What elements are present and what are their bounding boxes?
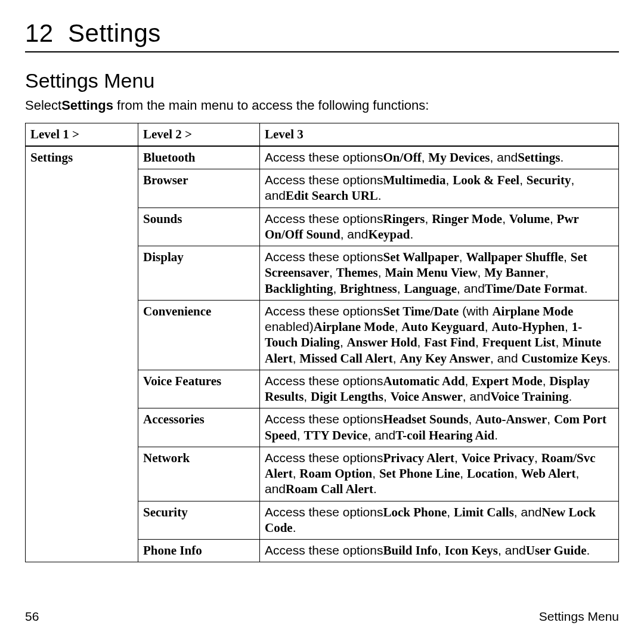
bold-term: Location	[467, 466, 514, 481]
bold-term: Edit Search URL	[286, 188, 378, 203]
cell-level3: Access these optionsHeadset Sounds, Auto…	[260, 408, 619, 447]
bold-term: Ringers	[383, 212, 425, 226]
intro-text: SelectSettings from the main menu to acc…	[25, 97, 619, 114]
bold-term: On/Off	[383, 150, 421, 165]
cell-level3: Access these optionsBuild Info, Icon Key…	[260, 540, 619, 562]
cell-level2: Security	[138, 501, 260, 540]
cell-level2: Sounds	[138, 208, 260, 246]
bold-term: Automatic Add	[383, 374, 465, 388]
bold-term: Customize Keys	[522, 351, 608, 366]
cell-level2: Voice Features	[138, 370, 260, 408]
chapter-name: Settings	[68, 19, 161, 47]
cell-level3: Access these optionsAutomatic Add, Exper…	[260, 370, 619, 408]
chapter-rule	[25, 51, 619, 52]
header-level1: Level 1 >	[26, 123, 138, 146]
cell-level2: Bluetooth	[138, 146, 260, 169]
bold-term: Icon Keys	[445, 543, 498, 558]
bold-term: Voice Privacy	[462, 451, 534, 465]
cell-level3: Access these optionsSet Wallpaper, Wallp…	[260, 246, 619, 301]
cell-level2: Convenience	[138, 300, 260, 370]
bold-term: Backlighting	[265, 281, 333, 296]
cell-level2: Phone Info	[138, 540, 260, 562]
bold-term: Multimedia	[383, 173, 445, 187]
intro-bold: Settings	[61, 98, 113, 113]
bold-term: Expert Mode	[472, 374, 542, 388]
page-footer: 56 Settings Menu	[25, 609, 619, 624]
bold-term: Web Alert	[521, 466, 576, 481]
intro-prefix: Select	[25, 98, 61, 113]
cell-level2: Accessories	[138, 408, 260, 447]
bold-term: Look & Feel	[453, 173, 519, 187]
bold-term: User Guide	[526, 543, 587, 558]
section-title: Settings Menu	[25, 69, 619, 92]
bold-term: Set Wallpaper	[383, 250, 459, 264]
bold-term: Roam Call Alert	[286, 482, 373, 496]
bold-term: Answer Hold	[347, 335, 417, 349]
bold-term: Airplane Mode	[314, 320, 395, 334]
header-level2: Level 2 >	[138, 123, 260, 146]
chapter-number: 12	[25, 19, 54, 47]
header-level3: Level 3	[260, 123, 619, 146]
bold-term: Set Phone Line	[379, 466, 460, 481]
cell-level3: Access these optionsSet Time/Date (with …	[260, 300, 619, 370]
chapter-title: 12 Settings	[25, 19, 619, 48]
cell-level3: Access these optionsLock Phone, Limit Ca…	[260, 501, 619, 540]
intro-suffix: from the main menu to access the followi…	[113, 98, 429, 113]
bold-term: My Banner	[484, 265, 545, 280]
cell-level3: Access these optionsRingers, Ringer Mode…	[260, 208, 619, 246]
cell-level2: Network	[138, 447, 260, 501]
bold-term: Headset Sounds	[383, 412, 468, 426]
bold-term: My Devices	[428, 150, 490, 165]
bold-term: Settings	[518, 150, 560, 165]
cell-level3: Access these optionsMultimedia, Look & F…	[260, 169, 619, 208]
bold-term: Brightness	[340, 281, 397, 296]
bold-term: Set Time/Date	[383, 304, 459, 318]
settings-menu-table: Level 1 > Level 2 > Level 3 SettingsBlue…	[25, 123, 619, 563]
bold-term: Auto-Hyphen	[491, 320, 565, 334]
bold-term: Wallpaper Shuffle	[466, 250, 564, 264]
bold-term: Auto-Answer	[475, 412, 547, 426]
cell-level3: Access these optionsPrivacy Alert, Voice…	[260, 447, 619, 501]
page-number: 56	[25, 609, 39, 624]
cell-level3: Access these optionsOn/Off, My Devices, …	[260, 146, 619, 169]
bold-term: Lock Phone	[383, 505, 447, 519]
bold-term: Missed Call Alert	[299, 351, 392, 366]
bold-term: Voice Answer	[391, 389, 463, 404]
bold-term: Language	[404, 281, 457, 296]
bold-term: T-coil Hearing Aid	[395, 428, 494, 442]
footer-label: Settings Menu	[539, 609, 619, 624]
cell-level2: Browser	[138, 169, 260, 208]
bold-term: Auto Keyguard	[401, 320, 484, 334]
bold-term: Any Key Answer	[400, 351, 490, 366]
table-body: SettingsBluetoothAccess these optionsOn/…	[26, 146, 619, 562]
bold-term: Keypad	[368, 227, 410, 242]
bold-term: Voice Training	[491, 389, 569, 404]
bold-term: Main Menu View	[385, 265, 477, 280]
bold-term: Privacy Alert	[383, 451, 454, 465]
table-header-row: Level 1 > Level 2 > Level 3	[26, 123, 619, 146]
bold-term: Frequent List	[482, 335, 556, 349]
cell-level2: Display	[138, 246, 260, 301]
bold-term: Airplane Mode	[492, 304, 573, 318]
bold-term: Ringer Mode	[432, 212, 502, 226]
bold-term: Limit Calls	[454, 505, 514, 519]
bold-term: Time/Date Format	[485, 281, 584, 296]
bold-term: TTY Device	[304, 428, 367, 442]
bold-term: Volume	[509, 212, 550, 226]
bold-term: Fast Find	[424, 335, 475, 349]
table-row: SettingsBluetoothAccess these optionsOn/…	[26, 146, 619, 169]
bold-term: Themes	[336, 265, 378, 280]
bold-term: Digit Lengths	[311, 389, 383, 404]
bold-term: Security	[527, 173, 571, 187]
bold-term: Build Info	[383, 543, 438, 558]
cell-level1: Settings	[26, 146, 138, 562]
bold-term: Roam Option	[299, 466, 372, 481]
